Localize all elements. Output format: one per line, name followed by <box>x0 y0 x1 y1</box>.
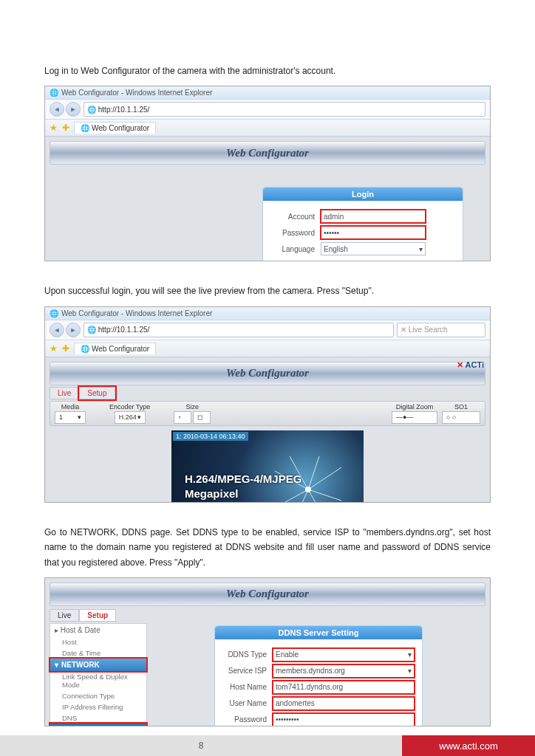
password-label-3: Password <box>222 715 267 724</box>
sidebar-date-time[interactable]: Date & Time <box>50 647 146 659</box>
sidebar: ▸ Host & Date Host Date & Time ▾ NETWORK… <box>50 623 147 726</box>
setup-tab-3[interactable]: Setup <box>79 609 116 622</box>
app-header-3: Web Configurator <box>50 583 485 606</box>
ie-titlebar-2: 🌐 Web Configurator - Windows Internet Ex… <box>45 307 490 320</box>
sidebar-network[interactable]: ▾ NETWORK <box>50 659 146 671</box>
ddns-panel: DDNS Server Setting DDNS Type Enable▾ Se… <box>214 625 423 726</box>
instruction-3: Go to NETWORK, DDNS page. Set DDNS type … <box>44 525 491 570</box>
encoder-select[interactable]: H.264▾ <box>115 411 146 424</box>
chevron-down-icon: ▾ <box>408 667 412 675</box>
sidebar-host-date[interactable]: ▸ Host & Date <box>50 624 146 636</box>
ddns-type-select[interactable]: Enable▾ <box>273 648 415 662</box>
globe-icon: 🌐 <box>50 89 58 97</box>
zoom-label: Digital Zoom <box>396 403 434 410</box>
address-input-2[interactable]: 🌐 http://10.1.1.25/ <box>84 323 394 337</box>
tab-label-2: Web Configurator <box>92 345 149 353</box>
screenshot-ddns: Web Configurator Live Setup ▸ Host & Dat… <box>44 577 491 726</box>
ie-tab-row: ★ ✚ 🌐 Web Configurator <box>45 120 490 137</box>
password-input[interactable]: •••••• <box>321 226 426 239</box>
sidebar-conn-type[interactable]: Connection Type <box>50 690 146 701</box>
screenshot-live: 🌐 Web Configurator - Windows Internet Ex… <box>44 306 491 503</box>
language-select[interactable]: English ▾ <box>321 242 426 255</box>
sidebar-ip-filter[interactable]: IP Address Filtering <box>50 701 146 712</box>
password-label: Password <box>270 229 315 237</box>
promo-line-2: Megapixel <box>185 487 301 501</box>
instruction-1: Log in to Web Configurator of the camera… <box>44 63 491 78</box>
media-label: Media <box>61 403 80 410</box>
size-label: Size <box>186 403 200 410</box>
instruction-2: Upon successful login, you will see the … <box>44 284 491 298</box>
account-input[interactable]: admin <box>321 210 426 223</box>
media-select[interactable]: 1▾ <box>55 411 86 424</box>
setup-tab[interactable]: Setup <box>79 387 115 399</box>
service-isp-select[interactable]: members.dyndns.org▾ <box>273 664 415 678</box>
favorites-icon[interactable]: ★ <box>50 343 58 354</box>
user-name-input[interactable]: andomertes <box>273 697 415 710</box>
search-input[interactable]: ✕ Live Search <box>397 323 485 337</box>
promo-line-1: H.264/MPEG-4/MJPEG <box>185 472 301 487</box>
nav-forward-icon[interactable]: ► <box>66 323 81 337</box>
promo-line-3: 64-CH NVR <box>185 501 301 503</box>
browser-tab-2[interactable]: 🌐 Web Configurator <box>74 343 156 354</box>
search-x-icon: ✕ <box>401 326 406 334</box>
service-isp-label: Service ISP <box>222 667 267 675</box>
acti-logo: ✕ ACTi <box>457 360 484 370</box>
size-down-button[interactable]: ▫ <box>174 411 191 424</box>
ie-address-bar: ◄ ► 🌐 http://10.1.1.25/ <box>45 99 490 120</box>
size-up-button[interactable]: ◻ <box>193 411 211 424</box>
window-title-2: Web Configurator - Windows Internet Expl… <box>61 309 212 317</box>
add-favorite-icon[interactable]: ✚ <box>62 123 69 133</box>
page-footer: 8 www.acti.com <box>0 735 535 756</box>
nav-back-icon[interactable]: ◄ <box>50 102 64 117</box>
zoom-control[interactable]: —●— <box>392 411 437 424</box>
chevron-down-icon: ▾ <box>408 650 412 659</box>
app-header: Web Configurator <box>50 141 485 165</box>
favorites-icon[interactable]: ★ <box>50 123 58 133</box>
login-panel: Login Account admin Password •••••• Lang… <box>262 187 463 261</box>
svg-line-3 <box>308 467 341 489</box>
ddns-type-label: DDNS Type <box>222 650 267 659</box>
user-name-label: User Name <box>222 699 267 707</box>
svg-line-5 <box>308 489 327 503</box>
ie-titlebar: 🌐 Web Configurator - Windows Internet Ex… <box>45 86 490 99</box>
browser-tab[interactable]: 🌐 Web Configurator <box>74 122 156 134</box>
live-video: 1: 2010-03-14 06:13:40 H.264/MPEG-4/MJPE… <box>171 430 364 503</box>
nav-forward-icon[interactable]: ► <box>66 102 81 117</box>
address-input[interactable]: 🌐 http://10.1.1.25/ <box>84 102 485 117</box>
sidebar-host[interactable]: Host <box>50 636 146 647</box>
so-label: SO1 <box>454 403 468 410</box>
language-value: English <box>324 245 348 253</box>
search-placeholder: Live Search <box>409 326 448 334</box>
host-name-input[interactable]: tom7411.dyndns.org <box>273 681 415 694</box>
ddns-title: DDNS Server Setting <box>215 626 422 639</box>
account-label: Account <box>270 213 315 221</box>
language-label: Language <box>270 245 315 253</box>
sidebar-dns[interactable]: DNS <box>50 712 146 724</box>
add-favorite-icon[interactable]: ✚ <box>62 343 69 354</box>
sidebar-ddns[interactable]: DDNS <box>50 724 146 726</box>
so-toggle[interactable]: ○ ○ <box>442 411 480 424</box>
ie-address-bar-2: ◄ ► 🌐 http://10.1.1.25/ ✕ Live Search <box>45 320 490 340</box>
screenshot-login: 🌐 Web Configurator - Windows Internet Ex… <box>44 86 491 261</box>
globe-icon: 🌐 <box>50 309 58 317</box>
tab-label: Web Configurator <box>92 124 149 132</box>
svg-point-8 <box>305 487 311 492</box>
page-number: 8 <box>199 740 204 751</box>
url-text: http://10.1.1.25/ <box>98 106 150 114</box>
tab-icon: 🌐 <box>81 124 89 132</box>
app-header-2: Web Configurator <box>50 362 485 385</box>
sidebar-link-speed[interactable]: Link Speed & Duplex Mode <box>50 671 146 690</box>
video-timestamp: 1: 2010-03-14 06:13:40 <box>173 432 248 441</box>
live-tab-3[interactable]: Live <box>50 609 79 622</box>
sidebar-wrap: Live Setup ▸ Host & Date Host Date & Tim… <box>50 609 147 726</box>
page-icon: 🌐 <box>87 326 96 334</box>
footer-url: www.acti.com <box>439 740 497 752</box>
url-text-2: http://10.1.1.25/ <box>98 326 150 334</box>
tab-icon: 🌐 <box>81 345 89 353</box>
camera-toolbar: Media 1▾ Encoder Type H.264▾ Size ▫ ◻ <box>50 401 485 426</box>
nav-back-icon[interactable]: ◄ <box>50 323 64 337</box>
password-input-3[interactable]: ••••••••• <box>273 713 415 726</box>
svg-line-2 <box>308 456 319 489</box>
live-tab[interactable]: Live <box>50 387 79 399</box>
page-icon: 🌐 <box>87 106 96 114</box>
